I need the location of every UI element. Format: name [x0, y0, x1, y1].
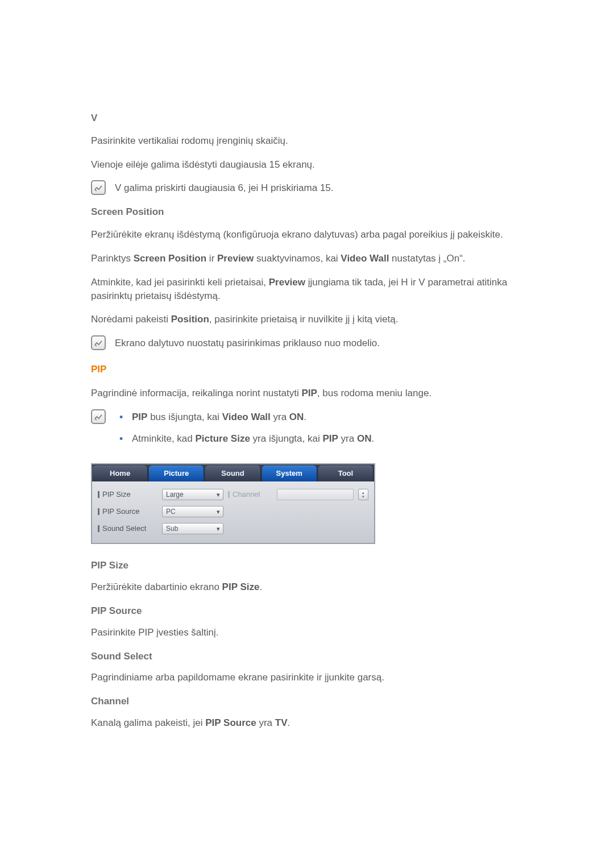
heading-channel: Channel	[91, 695, 523, 708]
para: Pasirinkite PIP įvesties šaltinį.	[91, 626, 523, 639]
heading-pip-size: PIP Size	[91, 559, 523, 572]
heading-pip: PIP	[91, 363, 523, 376]
note-icon	[91, 409, 106, 424]
input-channel[interactable]	[277, 489, 354, 500]
note-text: Ekrano dalytuvo nuostatų pasirinkimas pr…	[115, 337, 523, 350]
note-text: V galima priskirti daugiausia 6, jei H p…	[115, 181, 523, 195]
tab-picture[interactable]: Picture	[149, 466, 204, 481]
select-pip-size[interactable]: Large	[162, 489, 223, 500]
para: Peržiūrėkite dabartinio ekrano PIP Size.	[91, 580, 523, 594]
heading-sound-select: Sound Select	[91, 650, 523, 663]
heading-screen-position: Screen Position	[91, 205, 523, 219]
para: Parinktys Screen Position ir Preview sua…	[91, 252, 523, 265]
tab-sound[interactable]: Sound	[205, 466, 260, 481]
select-pip-source[interactable]: PC	[162, 506, 223, 517]
para: Vienoje eilėje galima išdėstyti daugiaus…	[91, 158, 523, 172]
note-block: Ekrano dalytuvo nuostatų pasirinkimas pr…	[91, 337, 523, 350]
channel-stepper[interactable]: ▴▾	[358, 489, 368, 500]
para: Atminkite, kad jei pasirinkti keli priet…	[91, 276, 523, 303]
heading-v: V	[91, 111, 523, 125]
tab-tool[interactable]: Tool	[318, 466, 374, 481]
tab-system[interactable]: System	[262, 466, 317, 481]
pip-tabs: Home Picture Sound System Tool	[92, 464, 374, 481]
label-pip-source: PIP Source	[98, 506, 157, 517]
list-item: PIP bus išjungta, kai Video Wall yra ON.	[132, 410, 523, 424]
note-icon	[91, 335, 106, 350]
note-block: PIP bus išjungta, kai Video Wall yra ON.…	[91, 410, 523, 454]
label-sound-select: Sound Select	[98, 524, 157, 534]
para: Peržiūrėkite ekranų išdėstymą (konfigūru…	[91, 228, 523, 242]
note-block: V galima priskirti daugiausia 6, jei H p…	[91, 181, 523, 195]
para: Kanalą galima pakeisti, jei PIP Source y…	[91, 716, 523, 730]
label-channel: Channel	[228, 489, 272, 500]
heading-pip-source: PIP Source	[91, 604, 523, 618]
para: Pagrindiniame arba papildomame ekrane pa…	[91, 671, 523, 684]
note-icon	[91, 180, 106, 195]
tab-home[interactable]: Home	[93, 466, 148, 481]
label-pip-size: PIP Size	[98, 489, 157, 500]
para: Pasirinkite vertikaliai rodomų įrenginių…	[91, 134, 523, 148]
para: Pagrindinė informacija, reikalinga norin…	[91, 387, 523, 400]
list-item: Atminkite, kad Picture Size yra išjungta…	[132, 432, 523, 446]
para: Norėdami pakeisti Position, pasirinkite …	[91, 313, 523, 326]
pip-settings-panel: Home Picture Sound System Tool PIP Size …	[91, 463, 375, 544]
select-sound-select[interactable]: Sub	[162, 523, 223, 534]
